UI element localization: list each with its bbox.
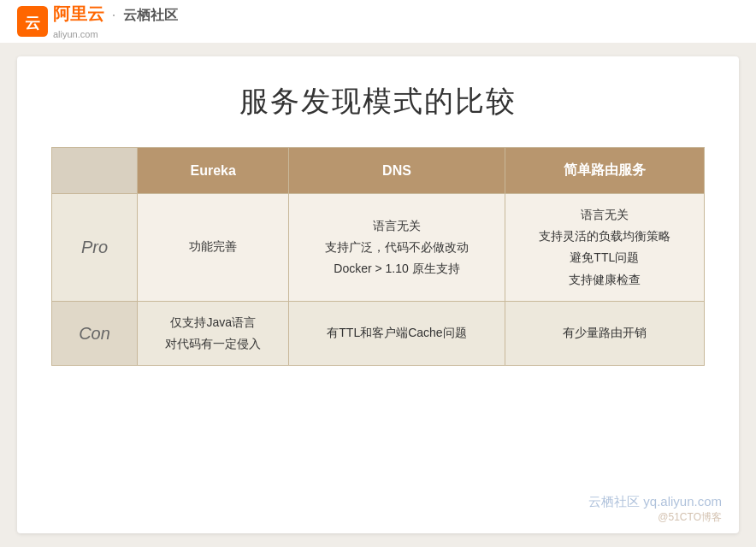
table-header-row: Eureka DNS 简单路由服务	[52, 148, 705, 194]
cell-con-dns: 有TTL和客户端Cache问题	[289, 301, 505, 365]
cell-pro-dns: 语言无关支持广泛，代码不必做改动Docker > 1.10 原生支持	[289, 194, 505, 302]
row-label-pro: Pro	[52, 194, 138, 302]
table-row-con: Con 仅支持Java语言对代码有一定侵入 有TTL和客户端Cache问题 有少…	[52, 301, 705, 365]
logo-domain: aliyun.com	[53, 29, 98, 39]
row-label-con: Con	[52, 301, 138, 365]
logo-main-text: 阿里云	[53, 4, 104, 23]
col-header-routing: 简单路由服务	[505, 148, 704, 194]
table-row-pro: Pro 功能完善 语言无关支持广泛，代码不必做改动Docker > 1.10 原…	[52, 194, 705, 302]
main-content: 服务发现模式的比较 Eureka DNS 简单路由服务 Pro 功能完善 语言无…	[17, 56, 739, 533]
col-header-eureka: Eureka	[138, 148, 289, 194]
page-title: 服务发现模式的比较	[51, 82, 705, 121]
watermark-line1: 云栖社区 yq.aliyun.com	[588, 494, 722, 510]
aliyun-logo-icon: 云	[17, 6, 48, 37]
logo-text: 阿里云 · 云栖社区 aliyun.com	[53, 3, 178, 41]
logo: 云 阿里云 · 云栖社区 aliyun.com	[17, 3, 178, 41]
svg-text:云: 云	[25, 15, 40, 32]
logo-sub-text: 云栖社区	[123, 8, 178, 22]
cell-pro-eureka: 功能完善	[138, 194, 289, 302]
watermark: 云栖社区 yq.aliyun.com @51CTO博客	[588, 494, 722, 525]
cell-pro-routing: 语言无关支持灵活的负载均衡策略避免TTL问题支持健康检查	[505, 194, 704, 302]
watermark-line2: @51CTO博客	[588, 510, 722, 525]
logo-separator: ·	[111, 6, 115, 23]
col-header-empty	[52, 148, 138, 194]
header-bar: 云 阿里云 · 云栖社区 aliyun.com	[0, 0, 756, 43]
cell-con-routing: 有少量路由开销	[505, 301, 704, 365]
col-header-dns: DNS	[289, 148, 505, 194]
cell-con-eureka: 仅支持Java语言对代码有一定侵入	[138, 301, 289, 365]
comparison-table: Eureka DNS 简单路由服务 Pro 功能完善 语言无关支持广泛，代码不必…	[51, 147, 705, 366]
